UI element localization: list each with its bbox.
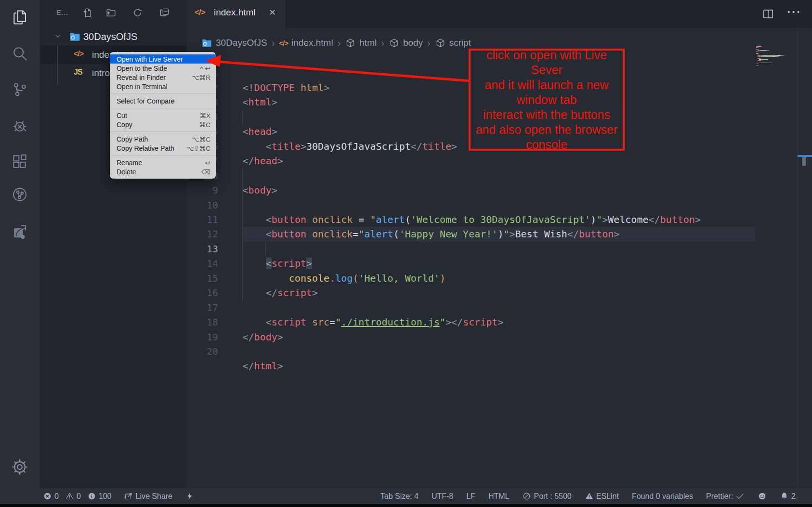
code-line-16[interactable]: 16: [187, 271, 755, 286]
activity-bar: [0, 0, 40, 488]
activity-explorer[interactable]: [11, 9, 28, 26]
explorer-title: E...: [56, 8, 68, 16]
menu-separator: [110, 108, 215, 108]
menu-group: Cut ⌘X Copy ⌘C: [110, 111, 216, 129]
status-found-0-variables[interactable]: Found 0 variables: [632, 492, 693, 501]
code-line-14[interactable]: 14 console.log('Hello, World'): [187, 242, 755, 256]
status-label: Found 0 variables: [632, 492, 693, 501]
menu-item-label: Open with Live Server: [117, 55, 183, 63]
status-label: UTF-8: [432, 492, 453, 501]
code-line-20[interactable]: 20 </html>: [187, 330, 755, 344]
warning-triangle-icon: [65, 492, 74, 501]
tree-root-folder[interactable]: 30DaysOfJS: [40, 28, 187, 46]
menu-item-shortcut: ⌫: [201, 168, 210, 176]
menu-item-copy-relative-path[interactable]: Copy Relative Path ⌥⇧⌘C: [110, 143, 216, 153]
menu-item-label: Cut: [117, 112, 127, 119]
flash-icon: [185, 492, 195, 501]
tree-indent-guide: [57, 46, 58, 84]
info-circle-icon: [87, 492, 96, 501]
status-warnings[interactable]: 0: [65, 492, 81, 501]
status-port-5500[interactable]: Port : 5500: [522, 492, 571, 501]
breadcrumb-item-html[interactable]: html: [345, 38, 377, 49]
menu-item-label: Copy: [117, 121, 132, 129]
breadcrumb-item-30DaysOfJS[interactable]: 30DaysOfJS: [201, 38, 267, 49]
activity-search[interactable]: [11, 45, 28, 62]
menu-item-cut[interactable]: Cut ⌘X: [110, 111, 216, 120]
menu-item-shortcut: ⌥⇧⌘C: [186, 144, 210, 152]
port-blocked-icon: [522, 492, 531, 501]
menu-item-reveal-in-finder[interactable]: Reveal in Finder ⌥⌘R: [110, 73, 216, 82]
new-folder-icon[interactable]: [105, 7, 117, 18]
tab-close-icon[interactable]: ✕: [269, 7, 276, 18]
activity-run-debug[interactable]: [11, 117, 28, 134]
status-right: Tab Size: 4UTF-8LFHTMLPort : 5500ESLintF…: [380, 488, 796, 504]
status-eslint[interactable]: ESLint: [585, 492, 619, 501]
window-bottom-edge: [0, 504, 812, 507]
status-live-share[interactable]: Live Share: [124, 492, 173, 501]
root-folder-label: 30DaysOfJS: [83, 31, 137, 42]
activity-extensions[interactable]: [11, 153, 28, 170]
status-utf-8[interactable]: UTF-8: [432, 492, 453, 501]
minimap[interactable]: [756, 46, 798, 69]
status-infos[interactable]: 100: [87, 492, 112, 501]
menu-item-copy[interactable]: Copy ⌘C: [110, 120, 216, 129]
breadcrumb-item-body[interactable]: body: [389, 38, 423, 49]
breadcrumb-item-index.html[interactable]: </>index.html: [279, 38, 333, 48]
code-line-11[interactable]: 11 <button onclick="alert('Happy New Yea…: [187, 198, 755, 212]
code-line-10[interactable]: 10 <button onclick = "alert('Welcome to …: [187, 183, 755, 197]
eslint-warning-icon: [585, 492, 594, 501]
breadcrumb-label: 30DaysOfJS: [216, 38, 267, 48]
status-prettier-[interactable]: Prettier:: [706, 492, 745, 501]
menu-item-open-with-live-server[interactable]: Open with Live Server: [110, 54, 216, 64]
status-label: 0: [54, 492, 59, 501]
menu-separator: [110, 155, 215, 156]
breadcrumb: 30DaysOfJS›</>index.html›html›body›scrip…: [201, 37, 471, 49]
collapse-folders-icon[interactable]: [159, 7, 170, 18]
status-label: Live Share: [136, 492, 173, 501]
status-smiley[interactable]: [758, 492, 767, 501]
menu-item-open-in-terminal[interactable]: Open in Terminal: [110, 82, 216, 91]
code-line-12[interactable]: 12: [187, 212, 755, 227]
scrollbar-thumb[interactable]: [802, 157, 806, 166]
menu-item-open-to-the-side[interactable]: Open to the Side ^ ↩: [110, 64, 216, 73]
status-tab-size-4[interactable]: Tab Size: 4: [380, 492, 419, 501]
menu-item-copy-path[interactable]: Copy Path ⌥⌘C: [110, 134, 216, 143]
menu-group: Copy Path ⌥⌘C Copy Relative Path ⌥⇧⌘C: [110, 134, 216, 153]
activity-live-share-circle[interactable]: [11, 186, 28, 203]
tab-index-html[interactable]: </> index.html ✕: [187, 0, 287, 28]
menu-item-select-for-compare[interactable]: Select for Compare: [110, 96, 216, 105]
code-line-19[interactable]: 19: [187, 315, 755, 329]
chevron-down-icon[interactable]: [53, 32, 62, 40]
status-flash[interactable]: [185, 492, 195, 501]
breadcrumb-label: script: [449, 38, 471, 48]
code-line-13[interactable]: 13 <script>: [187, 227, 755, 241]
status-bar: 00100Live Share Tab Size: 4UTF-8LFHTMLPo…: [0, 488, 812, 504]
breadcrumb-item-script[interactable]: script: [435, 38, 471, 49]
status-2[interactable]: 2: [780, 492, 796, 501]
status-lf[interactable]: LF: [466, 492, 475, 501]
status-html[interactable]: HTML: [488, 492, 510, 501]
js-file-icon: JS: [74, 68, 82, 77]
status-label: 0: [77, 492, 81, 501]
code-line-8[interactable]: 8 <body>: [187, 154, 755, 168]
settings-gear-icon[interactable]: [11, 458, 29, 476]
more-actions-icon[interactable]: ⋯: [786, 3, 801, 20]
code-line-18[interactable]: 18 </body>: [187, 300, 755, 315]
code-line-17[interactable]: 17 <script src="./introduction.js"></scr…: [187, 286, 755, 300]
activity-source-control[interactable]: [11, 81, 28, 98]
breadcrumb-label: html: [359, 38, 377, 48]
tab-bar: </> index.html ✕ ⋯: [187, 0, 812, 28]
check-icon: [735, 492, 745, 501]
error-circle-icon: [43, 492, 52, 501]
new-file-icon[interactable]: [82, 7, 93, 18]
refresh-explorer-icon[interactable]: [132, 7, 143, 18]
status-errors[interactable]: 0: [43, 492, 59, 501]
activity-share-out[interactable]: [11, 223, 28, 241]
menu-item-rename[interactable]: Rename ↩: [110, 158, 216, 167]
menu-item-label: Reveal in Finder: [117, 74, 166, 81]
overview-ruler-divider: [798, 28, 798, 488]
menu-item-delete[interactable]: Delete ⌫: [110, 167, 216, 176]
code-line-15[interactable]: 15 </script>: [187, 256, 755, 271]
code-line-9[interactable]: 9: [187, 169, 755, 183]
split-editor-icon[interactable]: [762, 8, 774, 20]
